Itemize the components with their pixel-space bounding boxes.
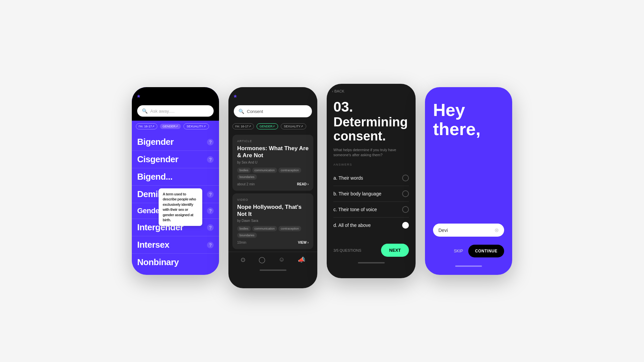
p2-filter-bar: I'm: 16-17↗ GENDER↗ SEXUALITY↗: [228, 121, 317, 132]
p4-name-input[interactable]: Devi ⊗: [433, 224, 504, 237]
p1-search-placeholder: Ask away.....: [150, 109, 175, 114]
tag[interactable]: boundaries: [237, 174, 257, 180]
phone-1: * 🔍 Ask away..... I'm: 16-17↗ GENDER↗ SE…: [132, 87, 219, 275]
p1-gender-filter[interactable]: GENDER↗: [160, 124, 181, 129]
radio-d[interactable]: [402, 222, 409, 229]
answer-option-c[interactable]: c. Their tone of voice: [333, 202, 409, 218]
p1-sexuality-filter[interactable]: SEXUALITY↗: [183, 123, 209, 129]
p2-sexuality-filter[interactable]: SEXUALITY↗: [281, 123, 306, 129]
answer-text: a. Their words: [333, 175, 363, 181]
list-item[interactable]: Cisgender ?: [132, 151, 219, 168]
clear-icon[interactable]: ⊗: [494, 227, 499, 233]
answers-label: ANSWERS: [333, 163, 409, 166]
input-value: Devi: [438, 228, 494, 233]
phone-2: * 🔍 Consent I'm: 16-17↗ GENDER↗ SEXUALIT…: [228, 87, 317, 288]
info-icon[interactable]: ?: [207, 139, 214, 145]
p2-video-card[interactable]: VIDEO Nope Hollywood, That's Not It by D…: [232, 193, 313, 249]
answer-option-a[interactable]: a. Their words: [333, 170, 409, 186]
item-label: Nonbinary: [137, 257, 179, 267]
explore-icon[interactable]: ⊙: [240, 256, 246, 263]
item-label: Bigender: [137, 137, 174, 147]
radio-b[interactable]: [402, 190, 409, 197]
list-item[interactable]: Nonbinary: [132, 254, 219, 271]
card-footer: about 2 min READ ›: [237, 182, 309, 186]
card-duration: about 2 min: [237, 182, 255, 186]
info-icon[interactable]: ?: [207, 207, 214, 214]
question-number: 03.: [333, 100, 409, 114]
list-item[interactable]: Intersex ?: [132, 236, 219, 254]
p2-search-bar[interactable]: 🔍 Consent: [234, 105, 312, 117]
answer-option-b[interactable]: b. Their body language: [333, 186, 409, 202]
phones-container: * 🔍 Ask away..... I'm: 16-17↗ GENDER↗ SE…: [118, 67, 526, 295]
info-icon[interactable]: ?: [207, 224, 214, 231]
list-item[interactable]: Bigend... A term used to describe people…: [132, 168, 219, 186]
phone-3: ‹ BACK 03. Determining consent. What hel…: [327, 84, 416, 278]
greeting-text: Hey there,: [433, 101, 504, 210]
tag[interactable]: bodies: [237, 226, 251, 231]
tag[interactable]: contraception: [278, 226, 301, 231]
continue-button[interactable]: CONTINUE: [468, 245, 504, 257]
view-button[interactable]: VIEW ›: [298, 241, 309, 244]
item-label: Intersex: [137, 240, 169, 250]
notification-icon[interactable]: 📣: [298, 256, 305, 263]
card-author: by Dawn Sara: [237, 219, 309, 223]
read-button[interactable]: READ ›: [297, 182, 309, 186]
quiz-progress: 3/5 QUESTIONS: [333, 248, 361, 252]
skip-button[interactable]: SKIP: [454, 249, 463, 253]
phone-4: Hey there, Devi ⊗ SKIP CONTINUE: [425, 87, 512, 275]
tag[interactable]: bodies: [237, 168, 251, 173]
answer-text: d. All of the above: [333, 223, 371, 228]
search-icon: 🔍: [142, 108, 148, 114]
p1-age-badge[interactable]: I'm: 16-17↗: [136, 123, 157, 129]
home-indicator: [358, 262, 385, 263]
question-title: Determining consent.: [333, 115, 409, 143]
card-tags: bodies communication contraception bound…: [237, 168, 309, 180]
p2-gender-filter[interactable]: GENDER↗: [257, 123, 278, 129]
card-tags: bodies communication contraception bound…: [237, 226, 309, 238]
next-button[interactable]: NEXT: [381, 244, 409, 257]
card-title: Hormones: What They Are & Are Not: [237, 145, 309, 159]
p2-logo: *: [234, 93, 312, 102]
answer-option-d[interactable]: d. All of the above: [333, 218, 409, 233]
search-icon: 🔍: [238, 109, 244, 114]
p1-logo: *: [137, 93, 214, 102]
list-item[interactable]: Bigender ?: [132, 133, 219, 151]
home-indicator: [455, 265, 482, 267]
tag[interactable]: boundaries: [237, 233, 257, 238]
item-label: Cisgender: [137, 154, 178, 165]
p2-search-value: Consent: [247, 109, 263, 114]
p2-article-card[interactable]: ARTICLE Hormones: What They Are & Are No…: [232, 135, 313, 191]
card-duration: 10min: [237, 241, 246, 244]
card-author: by Sex And U: [237, 161, 309, 164]
card-type: VIDEO: [237, 198, 309, 201]
back-button[interactable]: ‹ BACK: [327, 84, 416, 97]
info-icon[interactable]: ?: [207, 191, 214, 198]
tooltip-popup: A term used to describe people who exclu…: [159, 188, 202, 226]
tag[interactable]: communication: [252, 168, 277, 173]
answer-text: c. Their tone of voice: [333, 207, 377, 212]
question-subtitle: What helps determine if you truly have s…: [333, 147, 409, 158]
p1-glossary-list: Bigender ? Cisgender ? Bigend... A term …: [132, 132, 219, 272]
back-label: ‹ BACK: [332, 89, 344, 93]
p1-filter-bar: I'm: 16-17↗ GENDER↗ SEXUALITY↗: [132, 121, 219, 132]
radio-c[interactable]: [402, 206, 409, 213]
p4-actions: SKIP CONTINUE: [433, 245, 504, 257]
card-title: Nope Hollywood, That's Not It: [237, 203, 309, 218]
p4-onboarding-content: Hey there, Devi ⊗ SKIP CONTINUE: [425, 87, 512, 275]
info-icon[interactable]: ?: [207, 242, 214, 248]
p2-header: * 🔍 Consent: [228, 87, 317, 121]
tag[interactable]: communication: [252, 226, 277, 231]
tag[interactable]: contraception: [278, 168, 301, 173]
chat-icon[interactable]: ◯: [259, 256, 265, 263]
p2-bottom-nav: ⊙ ◯ ☺ 📣: [228, 252, 317, 267]
item-label: Bigend...: [137, 172, 172, 182]
emoji-icon[interactable]: ☺: [278, 256, 284, 263]
p1-search-bar[interactable]: 🔍 Ask away.....: [137, 105, 214, 117]
radio-a[interactable]: [402, 175, 409, 181]
info-icon[interactable]: ?: [207, 156, 214, 163]
p2-age-badge[interactable]: I'm: 16-17↗: [232, 123, 254, 129]
card-type: ARTICLE: [237, 139, 309, 143]
home-indicator: [260, 269, 286, 271]
answer-text: b. Their body language: [333, 191, 381, 196]
p3-footer: 3/5 QUESTIONS NEXT: [327, 238, 416, 259]
